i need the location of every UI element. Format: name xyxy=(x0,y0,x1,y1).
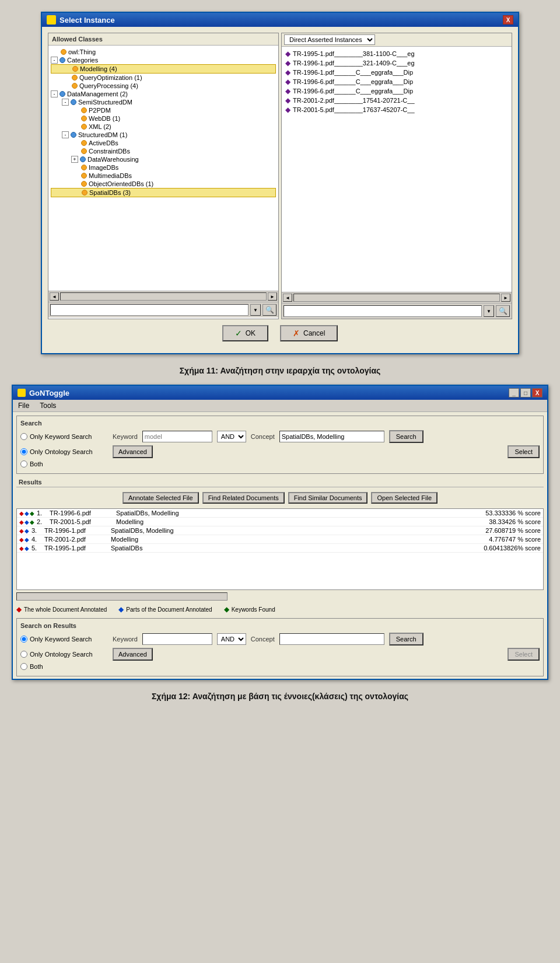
instance-item[interactable]: ◆TR-2001-2.pdf________17541-20721-C__ xyxy=(284,96,509,105)
tree-item[interactable]: -StructuredDM (1) xyxy=(51,131,276,139)
instance-list[interactable]: ◆TR-1995-1.pdf________381-1100-C___eg◆TR… xyxy=(282,47,512,292)
open-selected-button[interactable]: Open Selected File xyxy=(371,492,438,504)
tree-item[interactable]: ConstraintDBs xyxy=(51,147,276,155)
tree-expand-btn[interactable]: - xyxy=(51,57,58,64)
tree-item[interactable]: -SemiStructuredDM xyxy=(51,98,276,106)
menu-tools[interactable]: Tools xyxy=(38,401,58,410)
tree-item-label: ConstraintDBs xyxy=(89,148,130,155)
tree-expand-btn[interactable]: - xyxy=(62,99,69,106)
scroll-right-arrow[interactable]: ► xyxy=(268,292,277,301)
sor-advanced-button[interactable]: Advanced xyxy=(113,648,153,661)
tree-item[interactable]: SpatialDBs (3) xyxy=(51,188,276,197)
inst-scroll-right[interactable]: ► xyxy=(501,294,510,302)
radio-ontology[interactable] xyxy=(20,448,27,455)
sor-operator-select[interactable]: AND xyxy=(217,633,246,645)
scrollbar-track[interactable] xyxy=(60,292,267,301)
instance-item[interactable]: ◆TR-1996-1.pdf________321-1409-C___eg xyxy=(284,58,509,68)
instance-item[interactable]: ◆TR-1996-6.pdf______C___eggrafa___Dip xyxy=(284,86,509,96)
instance-item[interactable]: ◆TR-1995-1.pdf________381-1100-C___eg xyxy=(284,49,509,58)
result-row[interactable]: ◆◆◆1.TR-1996-6.pdfSpatialDBs, Modelling5… xyxy=(17,509,543,518)
sor-radio-ontology-label[interactable]: Only Ontology Search xyxy=(20,651,108,658)
radio-ontology-label[interactable]: Only Ontology Search xyxy=(20,448,108,455)
concept-input[interactable] xyxy=(279,431,384,442)
tree-item[interactable]: +DataWarehousing xyxy=(51,155,276,163)
advanced-button[interactable]: Advanced xyxy=(113,445,153,458)
tree-item[interactable]: QueryOptimization (1) xyxy=(51,74,276,82)
allowed-classes-panel: Allowed Classes owl:Thing-CategoriesMode… xyxy=(48,33,279,319)
tree-expand-btn[interactable]: - xyxy=(62,131,69,138)
result-row[interactable]: ◆◆5.TR-1995-1.pdfSpatialDBs0.60413826% s… xyxy=(17,544,543,553)
tree-bullet-icon xyxy=(72,83,78,89)
tree-search-dropdown[interactable]: ▼ xyxy=(250,304,261,316)
inst-scroll-left[interactable]: ◄ xyxy=(283,294,292,302)
tree-expand-btn[interactable]: - xyxy=(51,90,58,97)
maximize-button[interactable]: □ xyxy=(520,388,531,397)
radio-both-label[interactable]: Both xyxy=(20,460,108,467)
cancel-button[interactable]: ✗ Cancel xyxy=(280,325,338,341)
tree-item-label: MultimediaDBs xyxy=(89,172,132,179)
keyword-input[interactable] xyxy=(142,431,212,442)
tree-item[interactable]: -Categories xyxy=(51,56,276,64)
tree-item[interactable]: P2PDM xyxy=(51,106,276,114)
tree-list[interactable]: owl:Thing-CategoriesModelling (4)QueryOp… xyxy=(48,46,278,291)
results-scrollbar-h[interactable] xyxy=(16,592,228,601)
sor-radio-both[interactable] xyxy=(20,663,27,670)
sor-search-button[interactable]: Search xyxy=(389,633,424,646)
tree-search-binoculars[interactable]: 🔍 xyxy=(262,304,276,316)
instance-search-input[interactable] xyxy=(284,305,482,317)
tree-search-input[interactable] xyxy=(50,304,249,316)
search-on-results-label: Search on Results xyxy=(20,622,540,629)
tree-item[interactable]: ObjectOrientedDBs (1) xyxy=(51,180,276,188)
instance-item[interactable]: ◆TR-1996-6.pdf______C___eggrafa___Dip xyxy=(284,77,509,86)
radio-keyword-label[interactable]: Only Keyword Search xyxy=(20,433,108,440)
sor-radio-keyword[interactable] xyxy=(20,636,27,643)
sor-select-button[interactable]: Select xyxy=(508,648,540,661)
radio-both[interactable] xyxy=(20,460,27,467)
select-button[interactable]: Select xyxy=(508,445,540,458)
tree-item[interactable]: ActiveDBs xyxy=(51,139,276,147)
search-button[interactable]: Search xyxy=(389,430,424,443)
tree-item[interactable]: QueryProcessing (4) xyxy=(51,82,276,90)
result-row[interactable]: ◆◆◆2.TR-2001-5.pdfModelling38.33426 % sc… xyxy=(17,518,543,526)
sor-radio-keyword-label[interactable]: Only Keyword Search xyxy=(20,636,108,643)
dialog-close-button[interactable]: X xyxy=(503,15,513,25)
tree-item[interactable]: -DataManagement (2) xyxy=(51,90,276,98)
minimize-button[interactable]: _ xyxy=(509,388,519,397)
instances-type-dropdown[interactable]: Direct Asserted Instances xyxy=(284,34,375,45)
sor-radio-ontology[interactable] xyxy=(20,651,27,658)
operator-select[interactable]: AND xyxy=(217,431,246,442)
instance-search-dropdown[interactable]: ▼ xyxy=(484,305,494,317)
find-similar-button[interactable]: Find Similar Documents xyxy=(288,492,368,504)
menu-file[interactable]: File xyxy=(16,401,31,410)
tree-item[interactable]: owl:Thing xyxy=(51,48,276,56)
results-section: Results Annotate Selected File Find Rela… xyxy=(16,477,544,601)
tree-item[interactable]: ImageDBs xyxy=(51,163,276,172)
sor-concept-input[interactable] xyxy=(279,633,384,645)
sor-radio-both-label[interactable]: Both xyxy=(20,663,108,670)
inst-scrollbar-track[interactable] xyxy=(293,294,500,302)
results-table[interactable]: ◆◆◆1.TR-1996-6.pdfSpatialDBs, Modelling5… xyxy=(16,508,544,590)
scroll-left-arrow[interactable]: ◄ xyxy=(50,292,59,301)
select-instance-dialog-container: Select Instance X Allowed Classes owl:Th… xyxy=(0,0,560,360)
sor-keyword-input[interactable] xyxy=(142,633,212,645)
result-row[interactable]: ◆◆4.TR-2001-2.pdfModelling4.776747 % sco… xyxy=(17,535,543,544)
app-close-button[interactable]: X xyxy=(532,388,542,397)
tree-item[interactable]: WebDB (1) xyxy=(51,114,276,123)
tree-item-label: WebDB (1) xyxy=(89,115,120,122)
search-row-3: Both xyxy=(20,460,540,467)
instance-item[interactable]: ◆TR-2001-5.pdf________17637-45207-C__ xyxy=(284,105,509,114)
radio-keyword[interactable] xyxy=(20,433,27,440)
tree-item[interactable]: Modelling (4) xyxy=(51,64,276,74)
legend-row: ◆ The whole Document Annotated ◆ Parts o… xyxy=(13,603,547,616)
find-related-button[interactable]: Find Related Documents xyxy=(202,492,285,504)
result-row[interactable]: ◆◆3.TR-1996-1.pdfSpatialDBs, Modelling27… xyxy=(17,526,543,535)
instance-item[interactable]: ◆TR-1996-1.pdf______C___eggrafa___Dip xyxy=(284,68,509,77)
tree-item[interactable]: MultimediaDBs xyxy=(51,172,276,180)
tree-item[interactable]: XML (2) xyxy=(51,123,276,131)
instance-diamond-icon: ◆ xyxy=(285,50,290,58)
tree-expand-btn[interactable]: + xyxy=(71,156,78,163)
annotate-button[interactable]: Annotate Selected File xyxy=(123,492,199,504)
ok-button[interactable]: ✓ OK xyxy=(222,325,268,341)
instance-search-binoculars[interactable]: 🔍 xyxy=(496,305,510,317)
instances-panel: Direct Asserted Instances ◆TR-1995-1.pdf… xyxy=(281,33,512,319)
